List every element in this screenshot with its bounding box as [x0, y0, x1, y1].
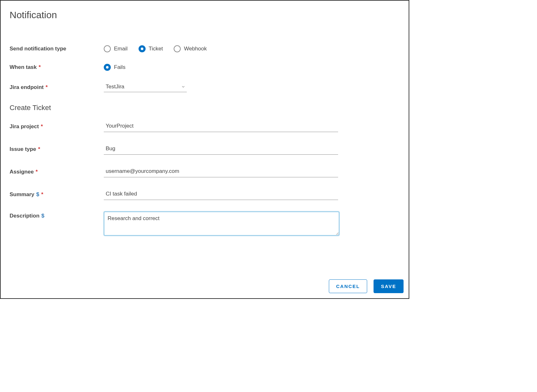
radio-icon [104, 64, 111, 71]
chevron-down-icon [181, 85, 185, 89]
section-title-create-ticket: Create Ticket [10, 104, 400, 112]
issue-type-input[interactable] [104, 144, 338, 155]
save-button[interactable]: SAVE [374, 279, 404, 293]
variable-indicator-icon: $ [36, 191, 39, 198]
label-summary: Summary $ * [10, 191, 104, 198]
radio-label: Ticket [149, 46, 163, 52]
row-jira-project: Jira project * [10, 121, 400, 132]
radio-icon [139, 45, 146, 52]
button-bar: CANCEL SAVE [329, 279, 404, 293]
required-indicator: * [38, 146, 40, 152]
row-assignee: Assignee * [10, 166, 400, 177]
select-value: TestJira [106, 84, 181, 90]
radio-label: Fails [114, 64, 125, 70]
radio-icon [104, 45, 111, 52]
row-notification-type: Send notification type Email Ticket Webh… [10, 45, 400, 52]
label-notification-type: Send notification type [10, 46, 104, 52]
radio-group-notification-type: Email Ticket Webhook [104, 45, 207, 52]
required-indicator: * [41, 191, 43, 198]
label-jira-endpoint: Jira endpoint * [10, 84, 104, 91]
radio-icon [174, 45, 181, 52]
radio-group-when-task: Fails [104, 64, 125, 71]
row-description: Description $ [10, 211, 400, 237]
page-title: Notification [10, 10, 400, 20]
row-issue-type: Issue type * [10, 144, 400, 155]
row-when-task: When task * Fails [10, 64, 400, 71]
required-indicator: * [41, 123, 43, 130]
description-textarea[interactable] [104, 211, 339, 236]
row-summary: Summary $ * [10, 189, 400, 200]
jira-project-input[interactable] [104, 121, 338, 132]
variable-indicator-icon: $ [42, 213, 44, 219]
label-assignee: Assignee * [10, 169, 104, 175]
label-jira-project: Jira project * [10, 123, 104, 130]
row-jira-endpoint: Jira endpoint * TestJira [10, 82, 400, 92]
radio-option-ticket[interactable]: Ticket [139, 45, 163, 52]
radio-option-email[interactable]: Email [104, 45, 128, 52]
summary-input[interactable] [104, 189, 338, 200]
required-indicator: * [46, 84, 48, 91]
required-indicator: * [39, 64, 41, 70]
label-issue-type: Issue type * [10, 146, 104, 152]
radio-label: Email [114, 46, 128, 52]
jira-endpoint-select[interactable]: TestJira [104, 82, 187, 92]
notification-dialog: Notification Send notification type Emai… [0, 0, 409, 299]
label-description: Description $ [10, 211, 104, 219]
radio-option-fails[interactable]: Fails [104, 64, 125, 71]
radio-option-webhook[interactable]: Webhook [174, 45, 207, 52]
radio-label: Webhook [184, 46, 207, 52]
assignee-input[interactable] [104, 166, 338, 177]
label-when-task: When task * [10, 64, 104, 70]
required-indicator: * [36, 169, 38, 175]
cancel-button[interactable]: CANCEL [329, 279, 367, 293]
